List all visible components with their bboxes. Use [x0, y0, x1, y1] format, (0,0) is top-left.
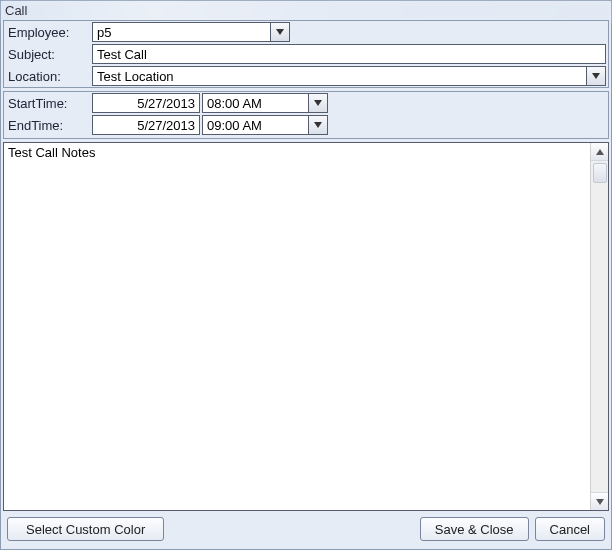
scroll-up-button[interactable] — [591, 143, 608, 161]
call-dialog: Call Employee: Subject: Location: — [0, 0, 612, 550]
start-time-combo[interactable] — [202, 93, 330, 113]
dialog-footer: Select Custom Color Save & Close Cancel — [1, 511, 611, 549]
notes-textarea[interactable] — [4, 143, 590, 510]
chevron-down-icon — [592, 73, 600, 79]
location-label: Location: — [6, 69, 92, 84]
cancel-button[interactable]: Cancel — [535, 517, 605, 541]
end-time-input[interactable] — [202, 115, 308, 135]
select-custom-color-button[interactable]: Select Custom Color — [7, 517, 164, 541]
notes-scrollbar[interactable] — [590, 143, 608, 510]
start-time-input[interactable] — [202, 93, 308, 113]
time-section: StartTime: EndTime: — [3, 91, 609, 139]
end-date-input[interactable] — [92, 115, 200, 135]
chevron-down-icon — [314, 122, 322, 128]
end-time-dropdown-button[interactable] — [308, 115, 328, 135]
start-date-input[interactable] — [92, 93, 200, 113]
window-title: Call — [1, 1, 611, 18]
chevron-up-icon — [596, 149, 604, 155]
employee-combo[interactable] — [92, 22, 292, 42]
location-input[interactable] — [92, 66, 586, 86]
employee-label: Employee: — [6, 25, 92, 40]
start-time-dropdown-button[interactable] — [308, 93, 328, 113]
subject-label: Subject: — [6, 47, 92, 62]
starttime-label: StartTime: — [6, 96, 92, 111]
chevron-down-icon — [314, 100, 322, 106]
details-section: Employee: Subject: Location: — [3, 20, 609, 88]
location-dropdown-button[interactable] — [586, 66, 606, 86]
endtime-label: EndTime: — [6, 118, 92, 133]
employee-dropdown-button[interactable] — [270, 22, 290, 42]
subject-input[interactable] — [92, 44, 606, 64]
chevron-down-icon — [276, 29, 284, 35]
notes-area — [3, 142, 609, 511]
save-and-close-button[interactable]: Save & Close — [420, 517, 529, 541]
scroll-down-button[interactable] — [591, 492, 608, 510]
chevron-down-icon — [596, 499, 604, 505]
end-time-combo[interactable] — [202, 115, 330, 135]
employee-input[interactable] — [92, 22, 270, 42]
scroll-thumb[interactable] — [593, 163, 607, 183]
location-combo[interactable] — [92, 66, 606, 86]
